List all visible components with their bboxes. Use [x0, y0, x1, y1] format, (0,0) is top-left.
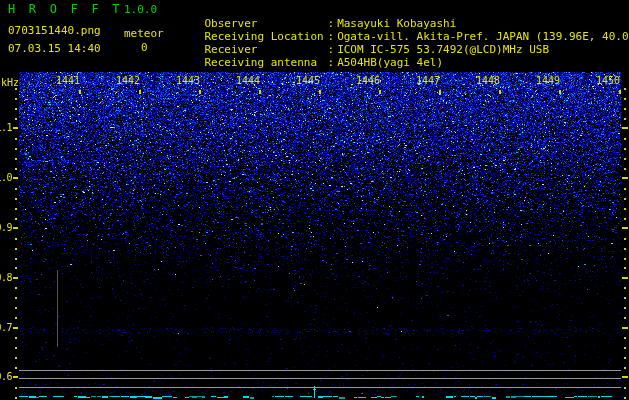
- info-value: A504HB(yagi 4el): [337, 56, 443, 69]
- meteor-counter-label: meteor: [124, 28, 164, 40]
- meteor-counter-value: 0: [141, 42, 148, 54]
- time-tick-label: 1444: [233, 75, 263, 86]
- app-title: H R O F F T: [8, 3, 123, 16]
- hrofft-window: H R O F F T 1.0.0 0703151440.png meteor …: [0, 0, 629, 400]
- time-tick-label: 1447: [413, 75, 443, 86]
- output-filename: 0703151440.png: [8, 25, 101, 37]
- freq-tick-label: 1.1: [0, 122, 12, 133]
- time-tick-label: 1448: [473, 75, 503, 86]
- time-tick-label: 1445: [293, 75, 323, 86]
- time-tick-label: 1443: [173, 75, 203, 86]
- time-tick-label: 1446: [353, 75, 383, 86]
- time-tick-label: 1441: [53, 75, 83, 86]
- freq-tick-label: 0.8: [0, 272, 12, 283]
- freq-tick-label: 0.9: [0, 222, 12, 233]
- info-colon: :: [328, 56, 335, 69]
- datetime-stamp: 07.03.15 14:40: [8, 43, 101, 55]
- time-tick-label: 1442: [113, 75, 143, 86]
- app-version: 1.0.0: [124, 4, 157, 16]
- info-label: Receiving antenna: [205, 56, 328, 69]
- freq-tick-label: 1.0: [0, 172, 12, 183]
- time-tick-label: 1450: [593, 75, 623, 86]
- freq-tick-label: 0.7: [0, 322, 12, 333]
- time-tick-label: 1449: [533, 75, 563, 86]
- freq-tick-label: 0.6: [0, 371, 12, 382]
- freq-unit-label: kHz: [1, 77, 19, 88]
